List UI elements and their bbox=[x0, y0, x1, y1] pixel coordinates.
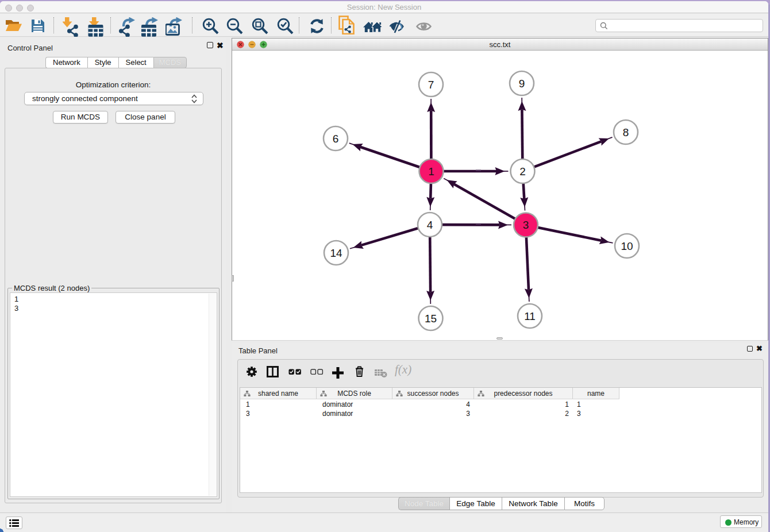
svg-text:15: 15 bbox=[425, 313, 437, 325]
svg-text:10: 10 bbox=[621, 240, 633, 252]
svg-text:6: 6 bbox=[333, 133, 339, 145]
svg-text:4: 4 bbox=[427, 219, 433, 231]
svg-text:14: 14 bbox=[330, 247, 342, 259]
svg-text:11: 11 bbox=[524, 310, 536, 322]
svg-text:9: 9 bbox=[519, 78, 525, 90]
svg-text:1: 1 bbox=[428, 165, 434, 178]
svg-text:3: 3 bbox=[523, 219, 529, 231]
svg-text:2: 2 bbox=[519, 165, 526, 178]
svg-text:7: 7 bbox=[428, 79, 434, 91]
svg-text:8: 8 bbox=[623, 126, 629, 138]
